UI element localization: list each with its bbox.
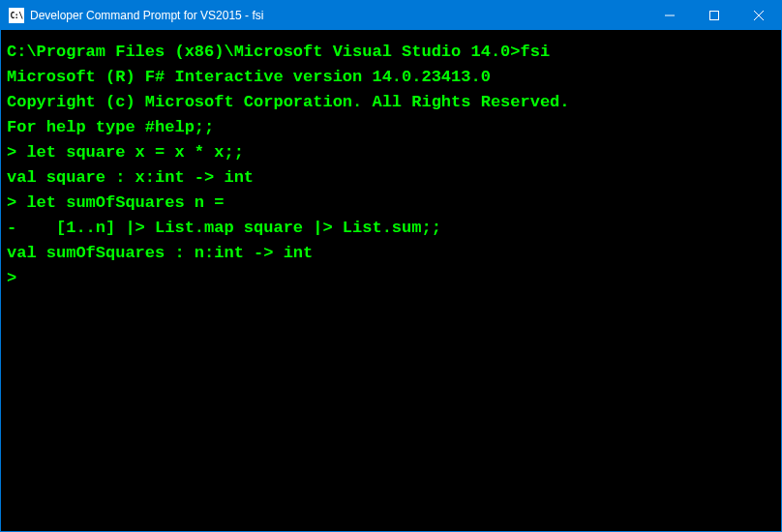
terminal-line: val square : x:int -> int	[7, 165, 775, 191]
window-title: Developer Command Prompt for VS2015 - fs…	[30, 9, 647, 22]
terminal-line: val sumOfSquares : n:int -> int	[7, 241, 775, 266]
terminal-line: > let sumOfSquares n =	[7, 191, 775, 216]
maximize-button[interactable]	[692, 1, 737, 30]
maximize-icon	[709, 11, 719, 20]
app-icon: C:\	[9, 8, 24, 23]
terminal-line: - [1..n] |> List.map square |> List.sum;…	[7, 216, 775, 241]
command-prompt-window: C:\ Developer Command Prompt for VS2015 …	[0, 0, 782, 532]
minimize-icon	[665, 11, 675, 20]
minimize-button[interactable]	[647, 1, 692, 30]
window-controls	[647, 1, 781, 30]
terminal-cursor-line: >	[7, 266, 775, 291]
svg-rect-1	[710, 12, 719, 20]
terminal-line: Microsoft (R) F# Interactive version 14.…	[7, 65, 775, 90]
close-icon	[754, 11, 764, 20]
terminal-line: Copyright (c) Microsoft Corporation. All…	[7, 90, 775, 115]
terminal-content[interactable]: C:\Program Files (x86)\Microsoft Visual …	[1, 30, 781, 531]
close-button[interactable]	[737, 1, 781, 30]
terminal-line: For help type #help;;	[7, 115, 775, 140]
terminal-line: C:\Program Files (x86)\Microsoft Visual …	[7, 40, 775, 65]
titlebar[interactable]: C:\ Developer Command Prompt for VS2015 …	[1, 1, 781, 30]
terminal-line: > let square x = x * x;;	[7, 140, 775, 165]
